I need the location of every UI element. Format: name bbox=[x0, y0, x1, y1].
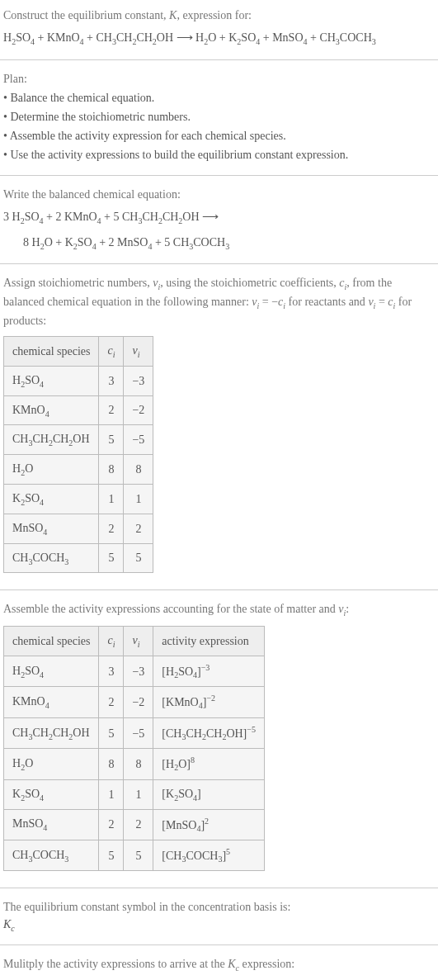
balanced-equation-line2: 8 H2O + K2SO4 + 2 MnSO4 + 5 CH3COCH3 bbox=[3, 232, 435, 254]
table-row: H2SO43−3 bbox=[4, 366, 153, 395]
divider bbox=[0, 944, 438, 945]
table-row: KMnO42−2[KMnO4]−2 bbox=[4, 687, 265, 717]
plan-header: Plan: bbox=[3, 70, 435, 88]
table-header: chemical species bbox=[4, 627, 99, 656]
main-equation: H2SO4 + KMnO4 + CH3CH2CH2OH ⟶ H2O + K2SO… bbox=[3, 27, 435, 50]
species-cell: H2O bbox=[4, 455, 99, 485]
vi-cell: 5 bbox=[124, 840, 153, 871]
balanced-equation-line1: 3 H2SO4 + 2 KMnO4 + 5 CH3CH2CH2OH ⟶ bbox=[3, 206, 435, 229]
balanced-section: Write the balanced chemical equation: 3 … bbox=[0, 179, 438, 261]
table-row: CH3COCH355 bbox=[4, 543, 153, 573]
ci-cell: 5 bbox=[99, 717, 124, 748]
plan-section: Plan: • Balance the chemical equation. •… bbox=[0, 64, 438, 172]
species-cell: CH3CH2CH2OH bbox=[4, 425, 99, 455]
stoich-table: chemical species ci νi H2SO43−3 KMnO42−2… bbox=[3, 336, 153, 573]
plan-item: • Assemble the activity expression for e… bbox=[3, 127, 435, 144]
ci-cell: 8 bbox=[99, 749, 124, 779]
ci-cell: 2 bbox=[99, 687, 124, 717]
table-header-row: chemical species ci νi bbox=[4, 336, 153, 366]
vi-cell: −5 bbox=[124, 717, 153, 748]
vi-cell: 1 bbox=[124, 484, 153, 514]
kc-symbol-line2: Kc bbox=[3, 916, 435, 935]
ci-cell: 3 bbox=[99, 656, 124, 686]
ci-cell: 5 bbox=[99, 543, 124, 573]
table-row: CH3COCH355[CH3COCH3]5 bbox=[4, 840, 265, 871]
stoich-section: Assign stoichiometric numbers, νi, using… bbox=[0, 267, 438, 586]
vi-cell: 8 bbox=[124, 749, 153, 779]
activity-cell: [MnSO4]2 bbox=[153, 809, 265, 840]
kc-symbol-section: The equilibrium constant symbol in the c… bbox=[0, 892, 438, 941]
multiply-section: Mulitply the activity expressions to arr… bbox=[0, 949, 438, 980]
species-cell: CH3CH2CH2OH bbox=[4, 717, 99, 748]
species-cell: MnSO4 bbox=[4, 514, 99, 543]
activity-cell: [H2O]8 bbox=[153, 749, 265, 779]
table-row: H2O88[H2O]8 bbox=[4, 749, 265, 779]
plan-item: • Balance the chemical equation. bbox=[3, 89, 435, 107]
vi-cell: −3 bbox=[124, 366, 153, 395]
species-cell: H2SO4 bbox=[4, 366, 99, 395]
divider bbox=[0, 888, 438, 888]
vi-cell: 2 bbox=[124, 514, 153, 543]
activity-cell: [K2SO4] bbox=[153, 779, 265, 809]
divider bbox=[0, 59, 438, 60]
activity-cell: [KMnO4]−2 bbox=[153, 687, 265, 717]
divider bbox=[0, 589, 438, 590]
plan-item: • Determine the stoichiometric numbers. bbox=[3, 108, 435, 125]
table-row: H2SO43−3[H2SO4]−3 bbox=[4, 656, 265, 686]
species-cell: KMnO4 bbox=[4, 687, 99, 717]
vi-cell: 8 bbox=[124, 455, 153, 485]
ci-cell: 1 bbox=[99, 779, 124, 809]
plan-item: • Use the activity expressions to build … bbox=[3, 146, 435, 163]
activity-section: Assemble the activity expressions accoun… bbox=[0, 594, 438, 884]
table-header: chemical species bbox=[4, 336, 99, 366]
table-row: K2SO411 bbox=[4, 484, 153, 514]
ci-cell: 2 bbox=[99, 395, 124, 425]
ci-cell: 8 bbox=[99, 455, 124, 485]
ci-cell: 2 bbox=[99, 809, 124, 840]
table-row: CH3CH2CH2OH5−5[CH3CH2CH2OH]−5 bbox=[4, 717, 265, 748]
vi-cell: 5 bbox=[124, 543, 153, 573]
table-row: H2O88 bbox=[4, 455, 153, 485]
divider bbox=[0, 175, 438, 176]
table-row: KMnO42−2 bbox=[4, 395, 153, 425]
species-cell: KMnO4 bbox=[4, 395, 99, 425]
kc-symbol-line1: The equilibrium constant symbol in the c… bbox=[3, 898, 435, 916]
vi-cell: −2 bbox=[124, 395, 153, 425]
divider bbox=[0, 263, 438, 264]
table-header: νi bbox=[124, 627, 153, 656]
table-header: activity expression bbox=[153, 627, 265, 656]
stoich-intro: Assign stoichiometric numbers, νi, using… bbox=[3, 274, 435, 329]
species-cell: K2SO4 bbox=[4, 484, 99, 514]
species-cell: K2SO4 bbox=[4, 779, 99, 809]
ci-cell: 5 bbox=[99, 840, 124, 871]
ci-cell: 2 bbox=[99, 514, 124, 543]
table-row: CH3CH2CH2OH5−5 bbox=[4, 425, 153, 455]
species-cell: CH3COCH3 bbox=[4, 840, 99, 871]
species-cell: H2O bbox=[4, 749, 99, 779]
activity-cell: [H2SO4]−3 bbox=[153, 656, 265, 686]
ci-cell: 3 bbox=[99, 366, 124, 395]
table-header: νi bbox=[124, 336, 153, 366]
table-header: ci bbox=[99, 336, 124, 366]
ci-cell: 1 bbox=[99, 484, 124, 514]
activity-cell: [CH3COCH3]5 bbox=[153, 840, 265, 871]
table-header-row: chemical species ci νi activity expressi… bbox=[4, 627, 265, 656]
vi-cell: 1 bbox=[124, 779, 153, 809]
multiply-header: Mulitply the activity expressions to arr… bbox=[3, 955, 435, 974]
activity-intro: Assemble the activity expressions accoun… bbox=[3, 600, 435, 619]
species-cell: MnSO4 bbox=[4, 809, 99, 840]
balanced-header: Write the balanced chemical equation: bbox=[3, 186, 435, 203]
table-row: K2SO411[K2SO4] bbox=[4, 779, 265, 809]
table-row: MnSO422[MnSO4]2 bbox=[4, 809, 265, 840]
vi-cell: −5 bbox=[124, 425, 153, 455]
table-header: ci bbox=[99, 627, 124, 656]
vi-cell: −3 bbox=[124, 656, 153, 686]
activity-cell: [CH3CH2CH2OH]−5 bbox=[153, 717, 265, 748]
problem-header: Construct the equilibrium constant, K, e… bbox=[0, 0, 438, 56]
vi-cell: −2 bbox=[124, 687, 153, 717]
species-cell: CH3COCH3 bbox=[4, 543, 99, 573]
activity-table: chemical species ci νi activity expressi… bbox=[3, 626, 265, 871]
table-row: MnSO422 bbox=[4, 514, 153, 543]
title-line: Construct the equilibrium constant, K, e… bbox=[3, 7, 435, 24]
species-cell: H2SO4 bbox=[4, 656, 99, 686]
